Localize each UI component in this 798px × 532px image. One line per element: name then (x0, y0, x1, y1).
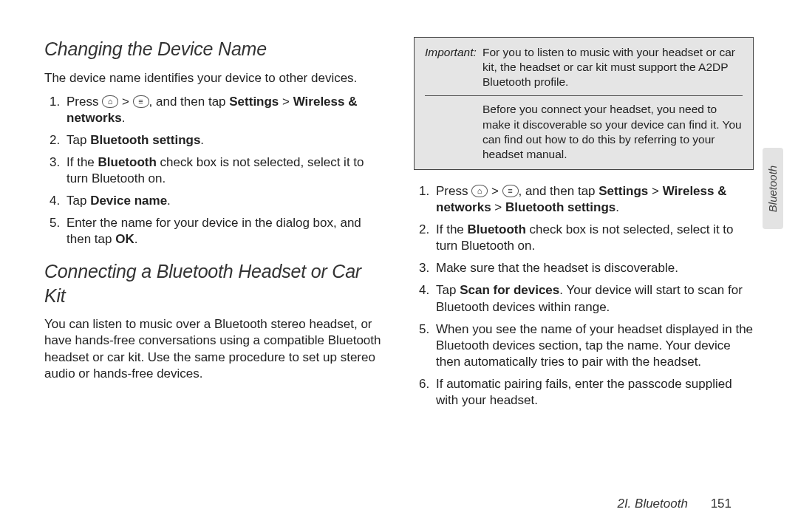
rstep-6: If automatic pairing fails, enter the pa… (433, 376, 754, 409)
menu-key-icon (133, 95, 149, 108)
step-2: Tap Bluetooth settings. (64, 132, 384, 149)
connecting-intro: You can listen to music over a Bluetooth… (44, 316, 384, 381)
heading-change-device-name: Changing the Device Name (44, 37, 384, 61)
important-text-2: Before you connect your headset, you nee… (482, 102, 743, 162)
heading-connecting-headset: Connecting a Bluetooth Headset or Car Ki… (44, 259, 384, 307)
rstep-1: Press > , and then tap Settings > Wirele… (433, 183, 754, 216)
steps-change-name: Press > , and then tap Settings > Wirele… (44, 94, 384, 248)
rstep-5: When you see the name of your headset di… (433, 321, 754, 370)
important-text-1: For you to listen to music with your hea… (482, 45, 743, 89)
right-column: Important: For you to listen to music wi… (414, 37, 754, 420)
manual-page: Changing the Device Name The device name… (0, 0, 798, 532)
step-1: Press > , and then tap Settings > Wirele… (64, 94, 384, 126)
rstep-3: Make sure that the headset is discoverab… (433, 260, 754, 276)
rstep-2: If the Bluetooth check box is not select… (433, 222, 754, 254)
rstep-4: Tap Scan for devices. Your device will s… (433, 282, 754, 315)
intro-paragraph: The device name identifies your device t… (44, 70, 384, 86)
left-column: Changing the Device Name The device name… (44, 37, 384, 420)
page-number: 151 (711, 497, 732, 511)
step-3: If the Bluetooth check box is not select… (64, 154, 384, 187)
footer-section: 2I. Bluetooth (617, 497, 687, 511)
home-key-icon (102, 95, 118, 108)
steps-connect-headset: Press > , and then tap Settings > Wirele… (414, 183, 754, 409)
home-key-icon (471, 185, 488, 197)
step-5: Enter the name for your device in the di… (64, 215, 384, 248)
section-tab-label: Bluetooth (767, 165, 780, 211)
page-footer: 2I. Bluetooth 151 (617, 497, 732, 511)
important-label: Important: (425, 45, 478, 89)
section-tab: Bluetooth (763, 148, 783, 229)
important-box: Important: For you to listen to music wi… (414, 37, 754, 170)
menu-key-icon (502, 185, 519, 197)
two-column-layout: Changing the Device Name The device name… (44, 37, 754, 420)
step-4: Tap Device name. (64, 193, 384, 209)
important-row: Important: For you to listen to music wi… (425, 45, 743, 89)
box-divider (425, 95, 743, 96)
